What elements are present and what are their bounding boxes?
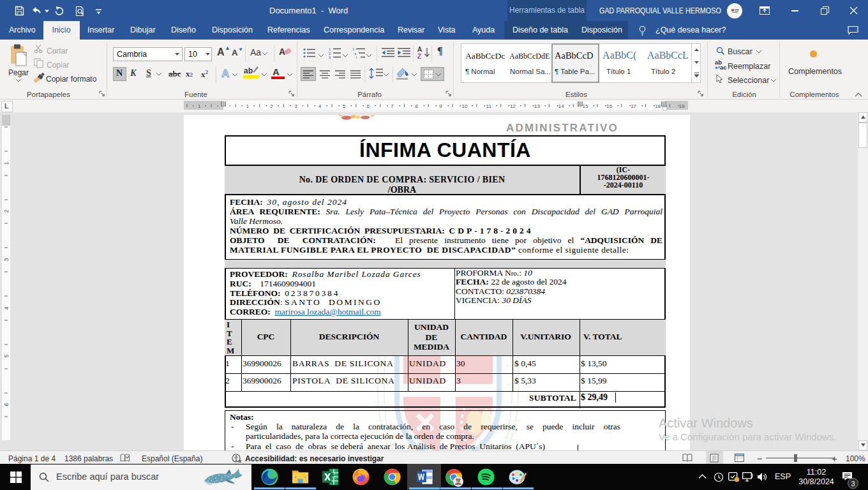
svg-text:2: 2 <box>270 103 273 109</box>
svg-text:4: 4 <box>3 306 10 309</box>
svg-text:1: 1 <box>246 103 250 109</box>
svg-text:a: a <box>354 52 357 56</box>
svg-text:10: 10 <box>462 103 468 109</box>
svg-text:16: 16 <box>606 103 612 109</box>
svg-text:9: 9 <box>439 103 442 109</box>
svg-text:1: 1 <box>329 47 331 51</box>
svg-text:13: 13 <box>534 103 540 109</box>
svg-text:2: 2 <box>3 209 10 212</box>
svg-text:4: 4 <box>318 103 322 109</box>
svg-text:6: 6 <box>3 403 10 406</box>
svg-text:18: 18 <box>655 103 661 109</box>
svg-text:12: 12 <box>510 103 516 109</box>
svg-text:1: 1 <box>352 47 355 51</box>
svg-text:8: 8 <box>415 103 418 109</box>
svg-text:5: 5 <box>3 354 10 357</box>
svg-text:3: 3 <box>329 56 331 59</box>
svg-text:6: 6 <box>367 103 370 109</box>
svg-text:5: 5 <box>343 103 346 109</box>
svg-text:1: 1 <box>3 161 10 165</box>
svg-text:2: 2 <box>329 52 331 56</box>
svg-text:14: 14 <box>558 103 564 109</box>
svg-text:3: 3 <box>3 258 10 261</box>
svg-text:17: 17 <box>631 103 636 109</box>
svg-text:15: 15 <box>583 103 588 109</box>
svg-text:7: 7 <box>391 103 394 109</box>
svg-text:3: 3 <box>294 103 297 109</box>
svg-text:19: 19 <box>679 103 685 109</box>
svg-text:1: 1 <box>198 103 201 109</box>
svg-text:11: 11 <box>486 103 492 109</box>
svg-text:i: i <box>356 56 357 59</box>
